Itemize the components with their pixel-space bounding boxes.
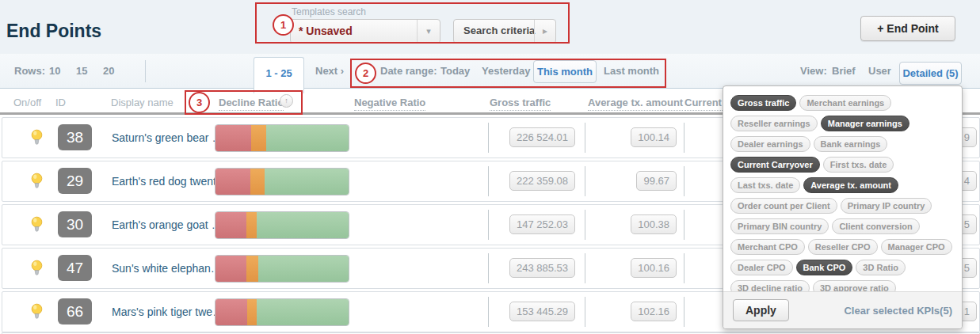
on-off-lightbulb-icon[interactable]: [31, 260, 43, 280]
view-label: View:: [800, 65, 827, 77]
cell-divider: [488, 166, 489, 196]
kpi-tag-client-conversion[interactable]: Client conversion: [832, 218, 919, 234]
gross-traffic-value: 243 885.53: [509, 258, 575, 278]
kpi-tag-3d-ratio[interactable]: 3D Ratio: [856, 260, 906, 275]
on-off-lightbulb-icon[interactable]: [31, 173, 43, 193]
decline-segment: [215, 299, 247, 325]
column-header-gross-traffic[interactable]: Gross traffic: [490, 97, 551, 111]
kpi-tag-primary-bin-country[interactable]: Primary BIN country: [730, 218, 829, 234]
page-header: End Points Templates search * Unsaved ▾ …: [0, 0, 980, 55]
pagination-next-link[interactable]: Next ›: [315, 65, 344, 77]
approve-segment: [265, 169, 349, 195]
view-detailed-selected[interactable]: Detailed (5): [899, 62, 962, 85]
on-off-lightbulb-icon[interactable]: [31, 216, 43, 237]
kpi-tag-average-tx-amount[interactable]: Average tx. amount: [803, 177, 898, 193]
templates-search-selected: * Unsaved: [299, 25, 353, 37]
search-criteria-label: Search criteria: [463, 25, 535, 36]
kpi-tag-first-txs-date[interactable]: First txs. date: [823, 157, 894, 173]
average-tx-amount-value: 100.38: [631, 214, 677, 234]
date-range-this-month-selected[interactable]: This month: [533, 60, 597, 83]
kpi-panel-footer: Apply Clear selected KPIs(5): [723, 291, 962, 328]
sort-up-arrow-icon[interactable]: ↑: [280, 94, 293, 108]
date-range-last-month[interactable]: Last month: [604, 65, 659, 77]
rows-option-15[interactable]: 15: [76, 65, 87, 77]
cell-divider: [684, 123, 684, 153]
gross-traffic-value: 147 252.03: [509, 214, 575, 234]
kpi-tag-manager-earnings[interactable]: Manager earnings: [821, 116, 909, 131]
column-header-decline-ratio[interactable]: Decline Ratio: [219, 97, 284, 111]
pending-segment: [246, 256, 258, 282]
decline-segment: [215, 169, 250, 195]
cell-divider: [488, 297, 489, 327]
endpoint-id-badge: 47: [58, 255, 92, 281]
kpi-tag-reseller-cpo[interactable]: Reseller CPO: [808, 239, 878, 255]
page-title: End Points: [6, 21, 101, 42]
endpoint-display-name[interactable]: Sun's white elephan…: [112, 262, 222, 275]
column-header-negative-ratio[interactable]: Negative Ratio: [354, 97, 425, 111]
cell-divider: [585, 210, 585, 240]
pending-segment: [247, 299, 257, 325]
kpi-tag-order-count-per-client[interactable]: Order count per Client: [730, 198, 837, 214]
endpoint-display-name[interactable]: Saturn's green bear …: [112, 131, 223, 144]
chevron-down-icon[interactable]: ▾: [417, 20, 440, 43]
average-tx-amount-value: 100.14: [631, 127, 677, 147]
add-end-point-button[interactable]: + End Point: [860, 16, 955, 41]
kpi-tag-gross-traffic[interactable]: Gross traffic: [730, 95, 796, 111]
decline-segment: [215, 125, 251, 151]
average-tx-amount-value: 102.16: [631, 302, 677, 321]
column-header-average-tx-amount[interactable]: Average tx. amount: [588, 97, 683, 111]
kpi-tag-3d-decline-ratio[interactable]: 3D decline ratio: [730, 280, 810, 292]
endpoint-display-name[interactable]: Earth's orange goat …: [112, 218, 223, 231]
templates-search-label: Templates search: [292, 6, 366, 17]
endpoint-id-badge: 66: [58, 298, 92, 325]
toolbar-divider: [145, 60, 146, 82]
date-range-today[interactable]: Today: [440, 65, 470, 77]
approve-segment: [258, 256, 349, 282]
rows-option-10[interactable]: 10: [49, 65, 60, 77]
kpi-tag-bank-earnings[interactable]: Bank earnings: [814, 136, 888, 152]
search-criteria-button[interactable]: Search criteria ▸: [453, 19, 556, 44]
column-header-on-off: On/off: [13, 97, 41, 108]
cell-divider: [684, 253, 684, 283]
approve-segment: [257, 299, 349, 325]
pending-segment: [250, 169, 265, 195]
on-off-lightbulb-icon[interactable]: [31, 303, 43, 324]
cell-divider: [488, 123, 489, 153]
column-header-id: ID: [55, 97, 66, 108]
approve-segment: [257, 212, 349, 238]
view-brief[interactable]: Brief: [832, 65, 856, 77]
decline-segment: [215, 256, 246, 282]
clear-selected-kpis-link[interactable]: Clear selected KPIs(5): [844, 305, 952, 317]
kpi-tag-3d-approve-ratio[interactable]: 3D approve ratio: [813, 280, 896, 292]
view-user[interactable]: User: [868, 65, 891, 77]
kpi-tag-merchant-earnings[interactable]: Merchant earnings: [799, 95, 891, 111]
cell-divider: [585, 297, 585, 327]
kpi-tag-dealer-earnings[interactable]: Dealer earnings: [730, 136, 810, 152]
apply-button[interactable]: Apply: [733, 299, 789, 321]
pending-segment: [251, 125, 265, 151]
on-off-lightbulb-icon[interactable]: [31, 129, 43, 150]
pending-segment: [246, 212, 257, 238]
kpi-tag-bank-cpo[interactable]: Bank CPO: [796, 260, 853, 275]
kpi-tag-manager-cpo[interactable]: Manager CPO: [881, 239, 952, 255]
pagination-current-range[interactable]: 1 - 25: [254, 57, 304, 93]
rows-option-20[interactable]: 20: [103, 65, 114, 77]
cell-divider: [585, 123, 585, 153]
decline-ratio-bar: [215, 255, 349, 283]
kpi-tag-merchant-cpo[interactable]: Merchant CPO: [730, 239, 805, 255]
date-range-yesterday[interactable]: Yesterday: [482, 65, 530, 77]
column-header-display-name: Display name: [111, 97, 174, 108]
endpoint-display-name[interactable]: Earth's red dog twenty: [112, 175, 222, 188]
kpi-tag-current-carryover[interactable]: Current Carryover: [730, 157, 820, 173]
cell-divider: [684, 166, 684, 196]
chevron-right-icon[interactable]: ▸: [534, 20, 555, 43]
kpi-tag-dealer-cpo[interactable]: Dealer CPO: [730, 260, 793, 275]
endpoint-display-name[interactable]: Mars's pink tiger twe…: [112, 306, 223, 318]
rows-per-page-label: Rows:: [14, 65, 45, 77]
cell-divider: [585, 166, 585, 196]
kpi-tag-reseller-earnings[interactable]: Reseller earnings: [730, 116, 818, 131]
kpi-tag-last-txs-date[interactable]: Last txs. date: [730, 177, 800, 193]
kpi-tag-primary-ip-country[interactable]: Primary IP country: [841, 198, 932, 214]
cell-divider: [585, 253, 585, 283]
templates-search-dropdown[interactable]: * Unsaved ▾: [290, 19, 440, 44]
